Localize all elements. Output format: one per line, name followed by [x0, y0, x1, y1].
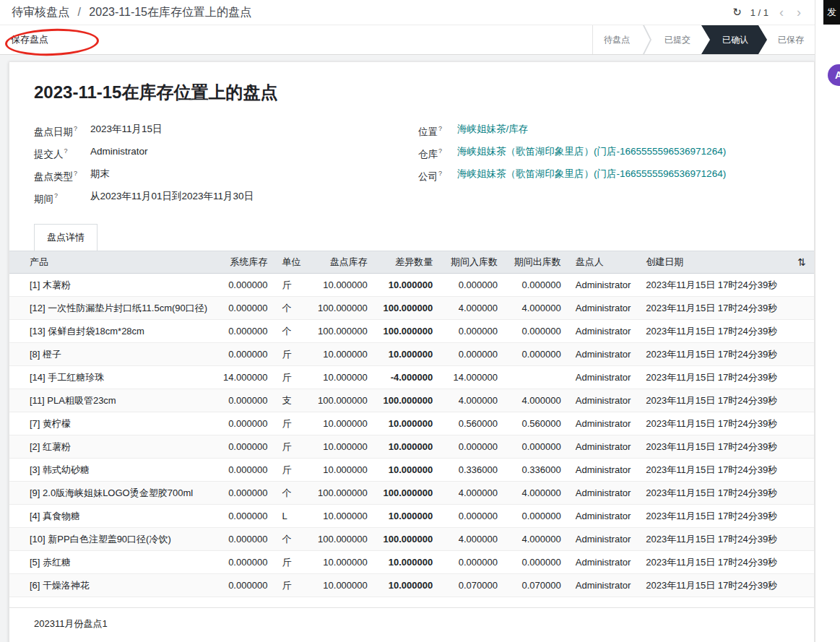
field-label-text: 公司 — [418, 171, 438, 182]
inventory-lines-table: 产品系统库存单位盘点库存差异数量期间入库数期间出库数盘点人创建日期⇅ [1] 木… — [9, 251, 814, 597]
cell-uom: 斤 — [274, 551, 308, 574]
column-header-counted_qty[interactable]: 盘点库存 — [308, 251, 375, 274]
send-corner-button[interactable]: 发 — [823, 0, 840, 25]
optional-columns-toggle-icon[interactable]: ⇅ — [789, 251, 814, 274]
table-row[interactable]: [2] 红薯粉0.000000斤10.00000010.0000000.0000… — [9, 435, 814, 459]
cell-out_qty: 0.000000 — [505, 435, 568, 459]
table-row[interactable]: [7] 黄柠檬0.000000斤10.00000010.0000000.5600… — [9, 412, 814, 435]
table-row[interactable]: [3] 韩式幼砂糖0.000000斤10.00000010.0000000.33… — [9, 459, 814, 482]
cell-system_qty: 0.000000 — [215, 389, 274, 412]
cell-user: Administrator — [568, 482, 639, 505]
table-row[interactable]: [5] 赤红糖0.000000斤10.00000010.0000000.0000… — [9, 551, 814, 574]
tab-inventory-details[interactable]: 盘点详情 — [34, 224, 98, 251]
field-row: 盘点日期?2023年11月15日 — [34, 118, 418, 141]
status-step-2[interactable]: 已确认 — [701, 25, 767, 54]
column-header-system_qty[interactable]: 系统库存 — [215, 251, 274, 274]
cell-out_qty: 4.000000 — [505, 297, 568, 320]
field-row: 公司?海峡姐妹茶（歌笛湖印象里店）(门店-1665555596536971264… — [418, 163, 789, 186]
cell-product: [1] 木薯粉 — [9, 274, 215, 297]
cell-user: Administrator — [568, 297, 639, 320]
cell-system_qty: 0.000000 — [215, 505, 274, 528]
column-header-user[interactable]: 盘点人 — [568, 251, 639, 274]
table-row[interactable]: [11] PLA粗吸管23cm0.000000支100.000000100.00… — [9, 389, 814, 412]
cell-toggle — [789, 528, 814, 551]
field-label-text: 仓库 — [418, 149, 438, 160]
cell-uom: 支 — [274, 389, 308, 412]
field-value[interactable]: 海峡姐妹茶（歌笛湖印象里店）(门店-1665555596536971264) — [457, 144, 726, 158]
cell-user: Administrator — [568, 459, 639, 482]
column-header-product[interactable]: 产品 — [9, 251, 215, 274]
cell-product: [9] 2.0版海峡姐妹LOGO烫金塑胶700ml — [9, 482, 215, 505]
table-row[interactable]: [6] 干燥洛神花0.000000斤10.00000010.0000000.07… — [9, 574, 814, 597]
cell-out_qty: 4.000000 — [505, 482, 568, 505]
cell-create_date: 2023年11月15日 17时24分39秒 — [638, 551, 789, 574]
cell-in_qty: 0.000000 — [440, 274, 505, 297]
column-header-uom[interactable]: 单位 — [274, 251, 308, 274]
column-header-out_qty[interactable]: 期间出库数 — [505, 251, 568, 274]
cell-diff_qty: 100.000000 — [375, 528, 440, 551]
cell-uom: 个 — [274, 528, 308, 551]
field-value[interactable]: 海峡姐妹茶（歌笛湖印象里店）(门店-1665555596536971264) — [457, 167, 726, 181]
status-step-1[interactable]: 已提交 — [654, 25, 701, 54]
table-row[interactable]: [8] 橙子0.000000斤10.00000010.0000000.00000… — [9, 343, 814, 366]
cell-create_date: 2023年11月15日 17时24分39秒 — [638, 505, 789, 528]
cell-uom: 个 — [274, 297, 308, 320]
cell-diff_qty: 100.000000 — [375, 482, 440, 505]
field-groups: 盘点日期?2023年11月15日提交人?Administrator盘点类型?期末… — [34, 118, 789, 208]
column-header-in_qty[interactable]: 期间入库数 — [440, 251, 505, 274]
table-row[interactable]: [9] 2.0版海峡姐妹LOGO烫金塑胶700ml0.000000个100.00… — [9, 482, 814, 505]
cell-system_qty: 0.000000 — [215, 320, 274, 343]
refresh-icon[interactable]: ↻ — [732, 6, 742, 19]
field-label-text: 期间 — [34, 194, 53, 204]
table-row[interactable]: [12] 一次性防漏垫片封口纸11.5cm(90口径)0.000000个100.… — [9, 297, 814, 320]
cell-in_qty: 14.000000 — [440, 366, 505, 389]
save-inventory-button[interactable]: 保存盘点 — [11, 33, 48, 46]
statusbar-chevron-icon — [643, 25, 651, 54]
cell-out_qty: 0.000000 — [505, 505, 568, 528]
cell-toggle — [789, 274, 814, 297]
cell-toggle — [789, 366, 814, 389]
status-step-3[interactable]: 已保存 — [767, 25, 815, 54]
cell-product: [2] 红薯粉 — [9, 435, 215, 459]
table-row[interactable]: [14] 手工红糖珍珠14.000000斤10.000000-4.0000001… — [9, 366, 814, 389]
cell-user: Administrator — [568, 435, 639, 459]
table-row[interactable]: [4] 真食物糖0.000000L10.00000010.0000000.000… — [9, 505, 814, 528]
cell-counted_qty: 10.000000 — [308, 435, 375, 459]
cell-counted_qty: 10.000000 — [308, 366, 375, 389]
status-step-0[interactable]: 待盘点 — [593, 25, 641, 54]
pager-previous-icon[interactable]: ‹ — [777, 6, 786, 19]
notebook-tabs: 盘点详情 — [9, 224, 814, 251]
table-row[interactable]: [13] 保鲜自封袋18cm*28cm0.000000个100.00000010… — [9, 320, 814, 343]
cell-counted_qty: 10.000000 — [308, 412, 375, 435]
cell-diff_qty: 100.000000 — [375, 389, 440, 412]
breadcrumb-separator: / — [77, 6, 80, 18]
cell-create_date: 2023年11月15日 17时24分39秒 — [638, 459, 789, 482]
cell-counted_qty: 100.000000 — [308, 297, 375, 320]
cell-uom: 个 — [274, 482, 308, 505]
field-row: 盘点类型?期末 — [34, 163, 418, 186]
table-row[interactable]: [10] 新PP白色注塑盖90口径(冷饮)0.000000个100.000000… — [9, 528, 814, 551]
cell-counted_qty: 100.000000 — [308, 528, 375, 551]
field-value[interactable]: 海峡姐妹茶/库存 — [457, 122, 528, 136]
field-help-marker: ? — [74, 170, 77, 177]
cell-out_qty: 0.000000 — [505, 274, 568, 297]
field-row: 位置?海峡姐妹茶/库存 — [418, 118, 789, 141]
table-row[interactable]: [1] 木薯粉0.000000斤10.00000010.0000000.0000… — [9, 274, 814, 297]
cell-out_qty: 4.000000 — [505, 528, 568, 551]
breadcrumb-parent[interactable]: 待审核盘点 — [12, 6, 69, 18]
cell-counted_qty: 10.000000 — [308, 343, 375, 366]
cell-uom: 斤 — [274, 274, 308, 297]
field-help-marker: ? — [438, 147, 442, 155]
cell-system_qty: 0.000000 — [215, 574, 274, 597]
column-header-diff_qty[interactable]: 差异数量 — [375, 251, 440, 274]
field-value: 2023年11月15日 — [90, 122, 163, 136]
field-value: 期末 — [90, 167, 110, 181]
cell-out_qty: 0.560000 — [505, 412, 568, 435]
cell-create_date: 2023年11月15日 17时24分39秒 — [638, 343, 789, 366]
pager-next-icon[interactable]: › — [794, 6, 803, 19]
cell-counted_qty: 10.000000 — [308, 574, 375, 597]
field-help-marker: ? — [54, 192, 58, 199]
cell-toggle — [789, 412, 814, 435]
column-header-create_date[interactable]: 创建日期 — [638, 251, 789, 274]
cell-out_qty: 4.000000 — [505, 389, 568, 412]
